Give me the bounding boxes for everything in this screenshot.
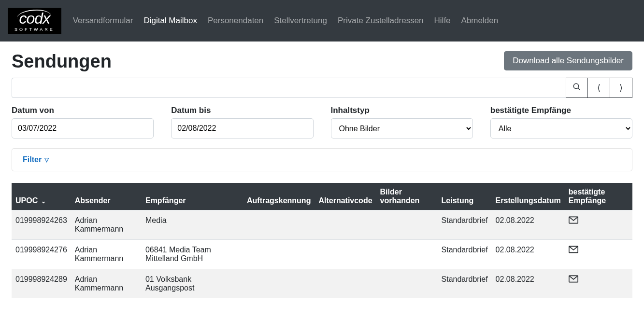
col-leistung[interactable]: Leistung — [438, 183, 492, 210]
brand-logo-main: codx — [19, 11, 50, 26]
nav-item-hilfe[interactable]: Hilfe — [434, 16, 451, 25]
cell-alternativcode — [315, 269, 376, 299]
col-bestaetigte[interactable]: bestätigte Empfänge — [565, 183, 632, 210]
mail-icon[interactable] — [569, 216, 578, 224]
chevron-right-icon: ⟩ — [619, 83, 623, 93]
shipments-table: UPOC ⌄ Absender Empfänger Auftragskennun… — [12, 183, 632, 298]
cell-bilder-vorhanden — [376, 240, 438, 269]
main-container: Sendungen Download alle Sendungsbilder ⟨… — [0, 41, 644, 308]
col-alternativcode[interactable]: Alternativcode — [315, 183, 376, 210]
page-title: Sendungen — [12, 51, 112, 72]
filters-row: Datum von Datum bis Inhaltstyp Ohne Bild… — [12, 106, 632, 138]
date-from-input[interactable] — [12, 118, 154, 138]
cell-auftragskennung — [243, 210, 315, 240]
svg-line-1 — [578, 88, 580, 90]
cell-erstellungsdatum: 02.08.2022 — [492, 240, 565, 269]
col-erstellungsdatum[interactable]: Erstellungsdatum — [492, 183, 565, 210]
col-empfaenger[interactable]: Empfänger — [142, 183, 243, 210]
date-to-input[interactable] — [171, 118, 313, 138]
sort-indicator-icon: ⌄ — [41, 198, 46, 205]
nav-item-digital-mailbox[interactable]: Digital Mailbox — [143, 16, 197, 25]
confirmed-label: bestätigte Empfänge — [490, 106, 632, 115]
cell-empfaenger: 01 Volksbank Ausgangspost — [142, 269, 243, 299]
nav-item-versandformular[interactable]: Versandformular — [73, 16, 133, 25]
svg-point-0 — [573, 83, 579, 89]
prev-button[interactable]: ⟨ — [588, 78, 610, 98]
cell-auftragskennung — [243, 240, 315, 269]
filter-toggle[interactable]: Filter ▽ — [23, 155, 49, 164]
filter-toggle-label: Filter — [23, 155, 42, 164]
col-upoc[interactable]: UPOC ⌄ — [12, 183, 71, 210]
filter-dropdown-bar: Filter ▽ — [12, 148, 632, 171]
nav-item-stellvertretung[interactable]: Stellvertretung — [274, 16, 327, 25]
cell-erstellungsdatum: 02.08.2022 — [492, 210, 565, 240]
cell-confirm-receipt — [565, 210, 632, 240]
cell-bilder-vorhanden — [376, 210, 438, 240]
cell-alternativcode — [315, 240, 376, 269]
date-to-label: Datum bis — [171, 106, 313, 115]
table-row[interactable]: 019998924276Adrian Kammermann06841 Media… — [12, 240, 632, 269]
brand-logo[interactable]: codx SOFTWARE — [8, 8, 61, 34]
cell-leistung: Standardbrief — [438, 240, 492, 269]
table-row[interactable]: 019998924289Adrian Kammermann01 Volksban… — [12, 269, 632, 299]
cell-empfaenger: Media — [142, 210, 243, 240]
content-type-select[interactable]: Ohne Bilder — [331, 118, 473, 138]
table-row[interactable]: 019998924263Adrian KammermannMediaStanda… — [12, 210, 632, 240]
download-all-button[interactable]: Download alle Sendungsbilder — [504, 51, 632, 70]
search-icon — [572, 83, 581, 94]
date-from-label: Datum von — [12, 106, 154, 115]
cell-erstellungsdatum: 02.08.2022 — [492, 269, 565, 299]
mail-icon[interactable] — [569, 246, 578, 253]
confirmed-select[interactable]: Alle — [490, 118, 632, 138]
brand-logo-sub: SOFTWARE — [14, 27, 55, 32]
cell-upoc: 019998924289 — [12, 269, 71, 299]
cell-absender: Adrian Kammermann — [71, 210, 142, 240]
nav-item-personendaten[interactable]: Personendaten — [208, 16, 263, 25]
col-absender[interactable]: Absender — [71, 183, 142, 210]
col-bilder-vorhanden[interactable]: Bilder vorhanden — [376, 183, 438, 210]
cell-alternativcode — [315, 210, 376, 240]
cell-empfaenger: 06841 Media Team Mittelland GmbH — [142, 240, 243, 269]
top-navbar: codx SOFTWARE Versandformular Digital Ma… — [0, 0, 644, 41]
nav-item-private-zustelladressen[interactable]: Private Zustelladressen — [338, 16, 424, 25]
cell-bilder-vorhanden — [376, 269, 438, 299]
cell-leistung: Standardbrief — [438, 269, 492, 299]
nav-item-abmelden[interactable]: Abmelden — [461, 16, 499, 25]
cell-leistung: Standardbrief — [438, 210, 492, 240]
chevron-left-icon: ⟨ — [597, 83, 601, 93]
nav-links: Versandformular Digital Mailbox Personen… — [73, 16, 498, 26]
cell-confirm-receipt — [565, 269, 632, 299]
cell-auftragskennung — [243, 269, 315, 299]
cell-absender: Adrian Kammermann — [71, 240, 142, 269]
mail-icon[interactable] — [569, 275, 578, 283]
next-button[interactable]: ⟩ — [610, 78, 632, 98]
search-row: ⟨ ⟩ — [12, 78, 632, 98]
search-input[interactable] — [12, 78, 566, 98]
cell-confirm-receipt — [565, 240, 632, 269]
cell-upoc: 019998924276 — [12, 240, 71, 269]
cell-absender: Adrian Kammermann — [71, 269, 142, 299]
content-type-label: Inhaltstyp — [331, 106, 473, 115]
col-auftragskennung[interactable]: Auftragskennung — [243, 183, 315, 210]
chevron-down-icon: ▽ — [44, 156, 49, 163]
search-button[interactable] — [566, 78, 588, 98]
cell-upoc: 019998924263 — [12, 210, 71, 240]
